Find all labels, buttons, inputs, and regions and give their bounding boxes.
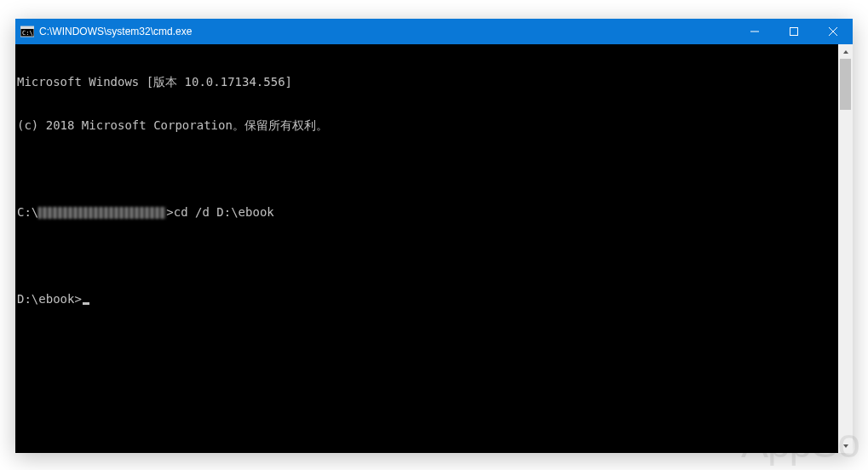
cursor (83, 302, 89, 305)
scrollbar-thumb[interactable] (840, 59, 851, 110)
console-line: D:\ebook> (17, 292, 838, 307)
console-text: Microsoft Windows [版本 10.0.17134.556] (c… (17, 46, 838, 451)
svg-rect-4 (790, 28, 798, 36)
cmd-icon: C:\ (20, 25, 34, 38)
entered-command: cd /d D:\ebook (174, 205, 274, 220)
svg-rect-1 (20, 26, 34, 29)
console-line: (c) 2018 Microsoft Corporation。保留所有权利。 (17, 118, 838, 133)
version-line: Microsoft Windows [版本 10.0.17134.556] (17, 75, 292, 89)
prompt-suffix: > (166, 205, 173, 220)
prompt-prefix: C:\ (17, 205, 38, 220)
console-line: Microsoft Windows [版本 10.0.17134.556] (17, 75, 838, 89)
svg-marker-8 (843, 444, 848, 448)
titlebar[interactable]: C:\ C:\WINDOWS\system32\cmd.exe (15, 19, 853, 44)
scroll-up-arrow-icon[interactable] (838, 44, 853, 59)
vertical-scrollbar[interactable] (838, 44, 853, 453)
console-area[interactable]: Microsoft Windows [版本 10.0.17134.556] (c… (15, 44, 853, 453)
maximize-button[interactable] (774, 19, 813, 44)
svg-text:C:\: C:\ (22, 30, 33, 37)
window-title: C:\WINDOWS\system32\cmd.exe (39, 19, 192, 44)
svg-marker-7 (843, 50, 848, 54)
window-controls (735, 19, 853, 44)
cmd-window: C:\ C:\WINDOWS\system32\cmd.exe Microsof… (15, 19, 853, 453)
current-prompt: D:\ebook> (17, 292, 82, 307)
minimize-button[interactable] (735, 19, 774, 44)
close-button[interactable] (813, 19, 853, 44)
scrollbar-track[interactable] (838, 59, 853, 438)
scroll-down-arrow-icon[interactable] (838, 438, 853, 453)
console-line: C:\>cd /d D:\ebook (17, 205, 838, 220)
blank-line (17, 162, 838, 176)
blank-line (17, 249, 838, 263)
copyright-line: (c) 2018 Microsoft Corporation。保留所有权利。 (17, 118, 328, 133)
redacted-path (38, 207, 166, 219)
